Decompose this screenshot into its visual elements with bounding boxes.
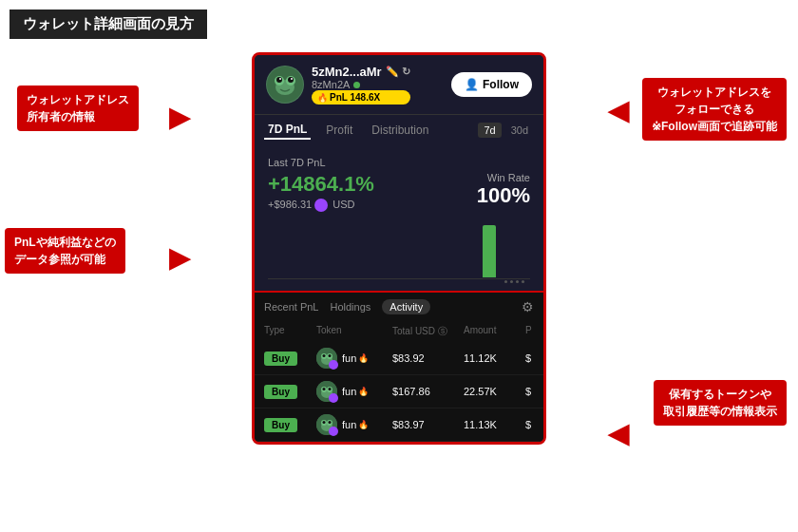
- pnl-usd-label: USD: [332, 199, 354, 210]
- online-indicator: [353, 82, 360, 88]
- annotation-follow: ウォレットアドレスを フォローできる ※Follow画面で追跡可能: [642, 78, 787, 141]
- chart-dot-3: [516, 280, 519, 283]
- tab-holdings[interactable]: Holdings: [330, 301, 370, 313]
- tab-recent-pnl[interactable]: Recent PnL: [264, 301, 318, 313]
- table-header: Type Token Total USD ⓢ Amount P: [255, 321, 543, 342]
- tab-7d-pnl[interactable]: 7D PnL: [264, 121, 311, 140]
- row2-type: Buy: [264, 385, 316, 399]
- wallet-header: 5zMn2...aMr ✏️ ↻ 8zMn2A 🔥 PnL 148.6X 👤 F…: [255, 55, 543, 115]
- wallet-name: 5zMn2...aMr: [312, 65, 382, 79]
- row3-token: fun 🔥: [316, 414, 392, 435]
- token-badge-2: 🔥: [358, 387, 369, 396]
- chart-dot-4: [522, 280, 524, 283]
- pnl-main-row: +14864.1% +$986.31 USD Win Rate 100%: [268, 172, 530, 212]
- pnl-section-label: Last 7D PnL: [268, 157, 530, 168]
- follow-button[interactable]: 👤 Follow: [451, 72, 532, 97]
- period-tab-30d[interactable]: 30d: [505, 123, 534, 138]
- fire-icon: 🔥: [317, 93, 328, 103]
- chart-dot-1: [504, 280, 507, 283]
- th-amount: Amount: [464, 325, 525, 338]
- row3-type: Buy: [264, 418, 316, 432]
- row3-p: $: [525, 419, 546, 430]
- row3-total-usd: $83.97: [392, 419, 464, 430]
- th-token: Token: [316, 325, 392, 338]
- avatar: [266, 66, 304, 104]
- period-tab-7d[interactable]: 7d: [478, 123, 501, 138]
- table-row: Buy fun 🔥: [255, 408, 543, 442]
- svg-point-5: [288, 77, 294, 83]
- svg-point-18: [323, 388, 326, 390]
- row2-total-usd: $167.86: [392, 386, 464, 397]
- svg-point-19: [329, 388, 332, 390]
- win-rate-value: 100%: [477, 183, 530, 208]
- follow-label: Follow: [483, 78, 519, 91]
- wallet-subname: 8zMn2A: [312, 79, 410, 90]
- wallet-edit-icon: ✏️ ↻: [386, 66, 410, 78]
- chart-area: [255, 219, 543, 291]
- row2-token: fun 🔥: [316, 381, 392, 402]
- pnl-usd: +$986.31 USD: [268, 199, 374, 212]
- pnl-badge-value: PnL 148.6X: [330, 92, 380, 103]
- row3-amount: 11.13K: [464, 419, 525, 430]
- pnl-badge: 🔥 PnL 148.6X: [312, 90, 410, 104]
- row2-amount: 22.57K: [464, 386, 525, 397]
- svg-point-24: [323, 421, 326, 424]
- sol-icon: [314, 199, 328, 212]
- annotation-wallet-address: ウォレットアドレス 所有者の情報: [17, 86, 139, 131]
- row1-type: Buy: [264, 352, 316, 366]
- token-icon-1: [316, 348, 337, 369]
- token-badge-3: 🔥: [358, 420, 369, 429]
- annotation-activity: 保有するトークンや 取引履歴等の情報表示: [654, 380, 787, 426]
- filter-icon[interactable]: ⚙: [522, 299, 534, 314]
- arrow-pnl-data: ▶: [169, 242, 190, 274]
- th-p: P: [525, 325, 546, 338]
- svg-point-12: [323, 354, 326, 357]
- pnl-percent: +14864.1%: [268, 172, 374, 197]
- svg-point-13: [329, 354, 332, 357]
- svg-point-4: [276, 77, 282, 83]
- main-tabs-row: 7D PnL Profit Distribution 7d 30d: [255, 115, 543, 145]
- th-type: Type: [264, 325, 316, 338]
- row1-amount: 11.12K: [464, 352, 525, 364]
- token-name-2: fun 🔥: [342, 386, 369, 397]
- buy-badge-2: Buy: [264, 385, 297, 399]
- arrow-wallet-address: ▶: [169, 102, 190, 133]
- chart-bar: [483, 225, 496, 277]
- row1-token: fun 🔥: [316, 348, 392, 369]
- token-name-3: fun 🔥: [342, 419, 369, 430]
- tab-distribution[interactable]: Distribution: [368, 122, 432, 139]
- buy-badge-3: Buy: [264, 418, 297, 432]
- chart-dot-2: [510, 280, 513, 283]
- arrow-follow: ◀: [608, 95, 629, 126]
- tab-profit[interactable]: Profit: [322, 122, 356, 139]
- row2-p: $: [525, 386, 546, 397]
- row1-total-usd: $83.92: [392, 352, 464, 364]
- th-total-usd: Total USD ⓢ: [392, 325, 464, 338]
- chart-baseline: [268, 278, 530, 279]
- tab-activity[interactable]: Activity: [382, 299, 430, 314]
- wallet-info-left: 5zMn2...aMr ✏️ ↻ 8zMn2A 🔥 PnL 148.6X: [266, 65, 410, 104]
- wallet-details: 5zMn2...aMr ✏️ ↻ 8zMn2A 🔥 PnL 148.6X: [312, 65, 410, 104]
- page-title: ウォレット詳細画面の見方: [10, 10, 207, 39]
- chart-dots: [504, 280, 524, 283]
- annotation-pnl-data: PnLや純利益などの データ参照が可能: [5, 228, 125, 274]
- svg-point-7: [291, 78, 293, 80]
- period-tabs: 7d 30d: [478, 123, 534, 138]
- token-chain-badge-1: 🔥: [358, 353, 369, 363]
- table-row: Buy fun 🔥: [255, 375, 543, 408]
- svg-point-6: [279, 78, 281, 80]
- token-icon-2: [316, 381, 337, 402]
- buy-badge-1: Buy: [264, 352, 297, 366]
- app-container: 5zMn2...aMr ✏️ ↻ 8zMn2A 🔥 PnL 148.6X 👤 F…: [252, 52, 546, 445]
- activity-tabs-row: Recent PnL Holdings Activity ⚙: [255, 293, 543, 321]
- follow-person-icon: 👤: [465, 78, 479, 91]
- pnl-content: Last 7D PnL +14864.1% +$986.31 USD Win R…: [255, 145, 543, 219]
- pnl-usd-value: +$986.31: [268, 199, 312, 210]
- table-row: Buy fun 🔥: [255, 342, 543, 375]
- arrow-activity: ◀: [608, 418, 629, 449]
- wallet-subname-text: 8zMn2A: [312, 79, 350, 90]
- row1-p: $: [525, 352, 546, 364]
- activity-section: Recent PnL Holdings Activity ⚙ Type Toke…: [255, 291, 543, 442]
- token-name-1: fun 🔥: [342, 352, 369, 364]
- pnl-values: +14864.1% +$986.31 USD: [268, 172, 374, 212]
